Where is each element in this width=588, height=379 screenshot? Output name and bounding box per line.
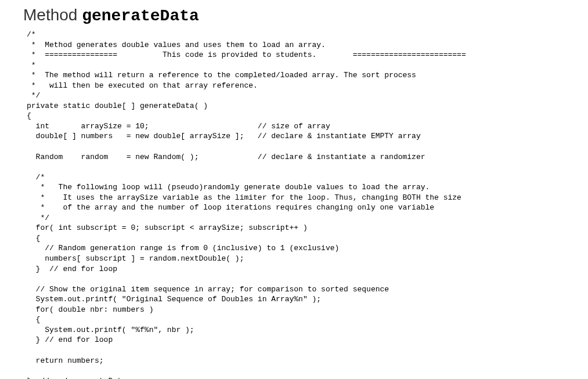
title-prefix: Method (23, 6, 82, 24)
method-name: generateData (82, 7, 199, 25)
page-title: Method generateData (23, 6, 576, 25)
code-snippet: /* * Method generates double values and … (23, 30, 576, 379)
